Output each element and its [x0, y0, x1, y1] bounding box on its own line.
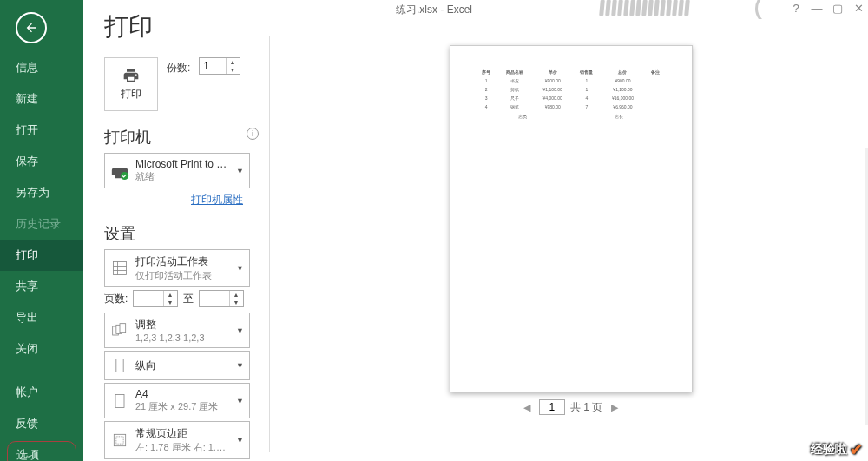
paper-dropdown[interactable]: A4 21 厘米 x 29.7 厘米 ▼ — [104, 383, 250, 418]
sidebar-item-close[interactable]: 关闭 — [0, 333, 83, 365]
info-icon[interactable]: i — [247, 128, 259, 140]
paper-line2: 21 厘米 x 29.7 厘米 — [135, 400, 230, 413]
printer-status: 就绪 — [135, 170, 230, 183]
sidebar-item-print[interactable]: 打印 — [0, 240, 83, 271]
sidebar-item-new[interactable]: 新建 — [0, 83, 83, 115]
svg-rect-1 — [114, 262, 127, 275]
collate-line1: 调整 — [135, 318, 230, 333]
svg-rect-10 — [115, 394, 124, 407]
printer-status-icon — [110, 161, 129, 181]
margins-line2: 左: 1.78 厘米 右: 1.7… — [135, 441, 230, 454]
print-area-dropdown[interactable]: 打印活动工作表 仅打印活动工作表 ▼ — [104, 249, 250, 287]
sidebar-item-save[interactable]: 保存 — [0, 146, 83, 177]
pages-from-spinner[interactable]: ▲▼ — [133, 290, 178, 307]
copies-up[interactable]: ▲ — [227, 58, 238, 66]
divider — [269, 36, 270, 452]
margins-dropdown[interactable]: 常规页边距 左: 1.78 厘米 右: 1.7… ▼ — [104, 421, 250, 459]
arrow-left-icon — [24, 21, 38, 35]
pages-to-label: 至 — [183, 292, 194, 306]
pages-from-input[interactable] — [134, 291, 163, 306]
print-preview-page: 序号商品名称单价销售量总价备注 1书皮¥900.001¥900.002剪纸¥1,… — [450, 45, 693, 392]
print-area-line1: 打印活动工作表 — [135, 254, 230, 269]
svg-rect-9 — [116, 359, 123, 372]
sheets-icon — [110, 259, 129, 278]
printer-section-title: 打印机 — [104, 127, 151, 148]
print-button-label: 打印 — [121, 87, 141, 102]
copies-input[interactable] — [200, 58, 226, 74]
margins-line1: 常规页边距 — [135, 426, 230, 441]
sidebar-item-export[interactable]: 导出 — [0, 302, 83, 333]
svg-rect-12 — [116, 437, 123, 444]
sidebar-item-feedback[interactable]: 反馈 — [0, 408, 83, 439]
chevron-down-icon: ▼ — [236, 436, 244, 445]
pages-label: 页数: — [104, 292, 128, 306]
sidebar-item-info[interactable]: 信息 — [0, 52, 83, 83]
watermark: 经验啦✔ — [811, 440, 863, 459]
page-number-input[interactable] — [539, 399, 565, 415]
preview-table: 序号商品名称单价销售量总价备注 1书皮¥900.001¥900.002剪纸¥1,… — [475, 67, 667, 112]
sidebar-item-open[interactable]: 打开 — [0, 115, 83, 146]
next-page-button[interactable]: ▶ — [608, 400, 621, 415]
paper-line1: A4 — [135, 388, 230, 400]
printer-dropdown[interactable]: Microsoft Print to PDF 就绪 ▼ — [104, 153, 250, 188]
print-area-line2: 仅打印活动工作表 — [135, 269, 230, 282]
page-total-label: 共 1 页 — [570, 400, 602, 415]
sidebar-item-history[interactable]: 历史记录 — [0, 208, 83, 240]
orientation-line1: 纵向 — [135, 359, 230, 373]
copies-spinner[interactable]: ▲▼ — [199, 57, 240, 75]
chevron-down-icon: ▼ — [236, 326, 244, 335]
chevron-down-icon: ▼ — [236, 397, 244, 405]
chevron-down-icon: ▼ — [236, 167, 244, 175]
svg-rect-8 — [120, 323, 126, 332]
portrait-icon — [110, 356, 129, 375]
copies-down[interactable]: ▼ — [227, 66, 238, 74]
collate-dropdown[interactable]: 调整 1,2,3 1,2,3 1,2,3 ▼ — [104, 313, 250, 348]
prev-page-button[interactable]: ◀ — [520, 400, 534, 415]
sidebar-item-saveas[interactable]: 另存为 — [0, 177, 83, 208]
pages-to-input[interactable] — [200, 291, 229, 306]
pages-to-spinner[interactable]: ▲▼ — [199, 290, 244, 307]
orientation-dropdown[interactable]: 纵向 ▼ — [104, 351, 250, 380]
printer-properties-link[interactable]: 打印机属性 — [191, 194, 243, 206]
copies-label: 份数: — [167, 61, 190, 76]
chevron-down-icon: ▼ — [236, 361, 244, 370]
settings-section-title: 设置 — [104, 223, 259, 244]
sidebar-item-options[interactable]: 选项 — [7, 441, 76, 461]
chevron-down-icon: ▼ — [236, 264, 244, 273]
sidebar: 信息 新建 打开 保存 另存为 历史记录 打印 共享 导出 关闭 帐户 反馈 选… — [0, 0, 83, 461]
margins-icon — [110, 431, 129, 450]
sidebar-item-share[interactable]: 共享 — [0, 271, 83, 302]
printer-icon — [119, 67, 143, 84]
print-button[interactable]: 打印 — [104, 57, 158, 111]
collate-icon — [110, 321, 129, 340]
collate-line2: 1,2,3 1,2,3 1,2,3 — [135, 333, 230, 343]
sidebar-item-account[interactable]: 帐户 — [0, 377, 83, 408]
svg-rect-11 — [114, 434, 125, 445]
printer-name: Microsoft Print to PDF — [135, 158, 230, 170]
page-icon — [110, 392, 129, 411]
